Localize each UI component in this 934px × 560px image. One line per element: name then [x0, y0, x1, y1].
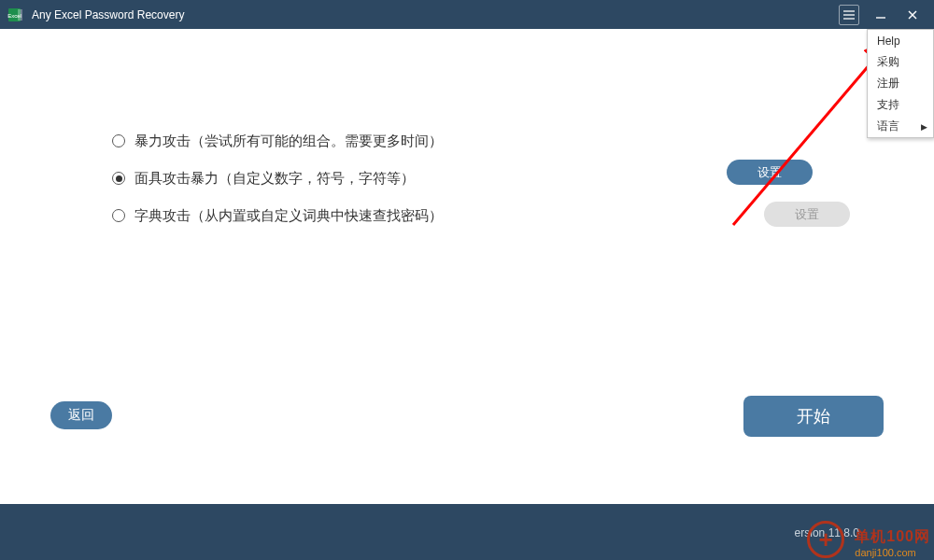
settings-mask-button[interactable]: 设置	[727, 160, 813, 185]
option-label: 字典攻击（从内置或自定义词典中快速查找密码）	[134, 207, 443, 225]
menu-label: Help	[877, 35, 900, 48]
menu-label: 语言	[877, 119, 899, 134]
menu-item-purchase[interactable]: 采购	[868, 51, 933, 73]
svg-rect-2	[18, 9, 22, 21]
attack-options: 暴力攻击（尝试所有可能的组合。需要更多时间） 面具攻击暴力（自定义数字，符号，字…	[112, 122, 443, 234]
watermark-ring-icon: +	[807, 521, 844, 558]
footer-bar: ersion 11.8.0	[0, 504, 934, 560]
hamburger-menu-icon[interactable]	[839, 5, 859, 25]
back-button[interactable]: 返回	[50, 401, 112, 429]
titlebar: Excel Any Excel Password Recovery	[0, 0, 934, 29]
chevron-right-icon: ▶	[921, 122, 927, 132]
option-dictionary-attack[interactable]: 字典攻击（从内置或自定义词典中快速查找密码）	[112, 197, 443, 234]
content-area: 暴力攻击（尝试所有可能的组合。需要更多时间） 面具攻击暴力（自定义数字，符号，字…	[0, 29, 934, 504]
close-icon[interactable]	[902, 5, 923, 25]
menu-item-support[interactable]: 支持	[868, 94, 933, 116]
option-label: 面具攻击暴力（自定义数字，符号，字符等）	[134, 170, 415, 188]
menu-item-help[interactable]: Help	[868, 30, 933, 51]
bottom-left-actions: 返回	[50, 401, 112, 429]
menu-label: 采购	[877, 54, 899, 70]
menu-item-register[interactable]: 注册	[868, 73, 933, 94]
watermark-line1: 单机100网	[855, 527, 930, 547]
watermark: + 单机100网 danji100.com	[855, 527, 930, 558]
watermark-line2: danji100.com	[855, 547, 930, 558]
app-excel-icon: Excel	[7, 7, 24, 23]
option-brute-force[interactable]: 暴力攻击（尝试所有可能的组合。需要更多时间）	[112, 122, 443, 160]
bottom-right-actions: 开始	[743, 396, 884, 437]
settings-dictionary-button: 设置	[764, 202, 850, 227]
app-title: Any Excel Password Recovery	[32, 8, 839, 21]
menu-label: 支持	[877, 97, 899, 113]
option-label: 暴力攻击（尝试所有可能的组合。需要更多时间）	[134, 133, 443, 150]
radio-icon	[112, 209, 125, 222]
main-menu-dropdown: Help 采购 注册 支持 语言▶	[867, 29, 934, 138]
menu-item-language[interactable]: 语言▶	[868, 116, 933, 137]
minimize-icon[interactable]	[870, 5, 891, 25]
start-button[interactable]: 开始	[743, 396, 884, 437]
settings-buttons: 设置 设置	[689, 160, 850, 227]
menu-label: 注册	[877, 76, 899, 91]
radio-icon	[112, 134, 125, 147]
window-controls	[839, 5, 923, 25]
radio-selected-icon	[112, 172, 125, 185]
option-mask-attack[interactable]: 面具攻击暴力（自定义数字，符号，字符等）	[112, 160, 443, 197]
